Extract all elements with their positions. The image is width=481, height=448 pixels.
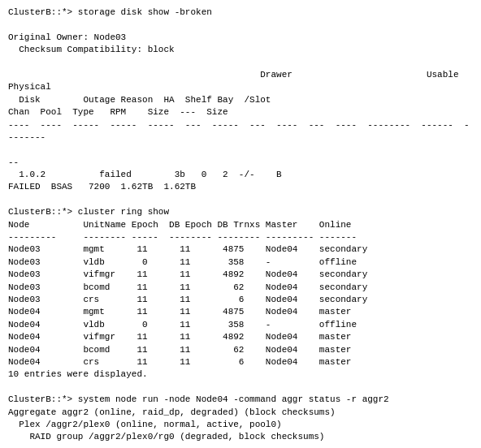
terminal-pre: ClusterB::*> storage disk show -broken O…: [8, 6, 473, 448]
terminal-output: ClusterB::*> storage disk show -broken O…: [8, 6, 473, 448]
